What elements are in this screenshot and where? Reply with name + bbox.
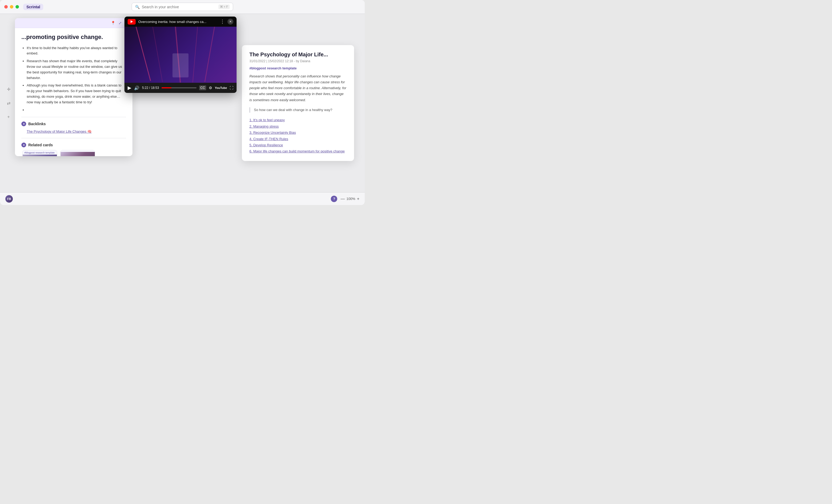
- youtube-time: 5:22 / 18:53: [142, 86, 159, 90]
- list-item: [27, 107, 126, 113]
- right-card-container: The Psychology of Major Life... 31/01/20…: [242, 14, 354, 192]
- backlink-link[interactable]: The Psychology of Major Life Changes 🧠: [24, 130, 92, 133]
- main-card-title: The Psychology of Major Life...: [250, 52, 346, 58]
- expand-icon[interactable]: ⤢: [119, 21, 122, 25]
- card-image-2: [61, 152, 95, 156]
- related-icon: ✦: [21, 142, 26, 148]
- card-tag-1: #blogpost research template: [23, 150, 57, 155]
- move-tool-button[interactable]: ✛: [4, 85, 13, 94]
- backlinks-icon: ✦: [21, 122, 26, 126]
- backlinks-label: Backlinks: [28, 122, 46, 126]
- shuffle-tool-button[interactable]: ⇄: [4, 99, 13, 107]
- youtube-settings-icon[interactable]: ⚙: [209, 86, 212, 90]
- panel-header: 📍 ⤢ ✕: [15, 18, 132, 28]
- youtube-brand-label: YouTube: [215, 86, 227, 89]
- title-bar: Scrintal 🔍 ⌘ + F: [0, 0, 365, 14]
- add-icon: +: [7, 114, 9, 119]
- zoom-controls: — 100% +: [340, 197, 359, 201]
- card-img-placeholder-2: [61, 152, 95, 156]
- youtube-overlay: Overcoming inertia: how small changes ca…: [124, 17, 237, 93]
- list-item[interactable]: Recognize Uncertainty Bias: [250, 130, 346, 136]
- list-item: Research has shown that major life event…: [27, 58, 126, 81]
- related-cards-label: Related cards: [28, 143, 53, 147]
- main-card-quote: So how can we deal with change in a heal…: [250, 107, 346, 113]
- youtube-video-area: [124, 27, 237, 83]
- zoom-out-button[interactable]: —: [340, 197, 345, 201]
- main-card-numbered-list: It's ok to feel uneasy Managing stress R…: [250, 117, 346, 154]
- help-button[interactable]: ?: [331, 196, 337, 202]
- related-card-1[interactable]: #blogpost research template 1: [22, 150, 57, 156]
- panel-title: ...promoting positive change.: [21, 33, 126, 41]
- minimize-button[interactable]: [10, 5, 14, 8]
- youtube-play-button[interactable]: ▶: [128, 85, 131, 91]
- video-speaker-figure: [173, 53, 188, 77]
- youtube-more-icon[interactable]: ⋮: [220, 19, 225, 25]
- main-card-meta: 31/01/2022 | 15/02/2022 12:18 - by Daian…: [250, 59, 346, 63]
- main-card-hashtag[interactable]: #blogpost research template: [250, 66, 346, 70]
- app-window: Scrintal 🔍 ⌘ + F ✛ ⇄ + 📍 ⤢ ✕: [0, 0, 365, 205]
- traffic-lights: [4, 5, 19, 8]
- youtube-progress-fill: [161, 87, 172, 88]
- list-item: It's time to build the healthy habits yo…: [27, 45, 126, 57]
- youtube-top-bar: Overcoming inertia: how small changes ca…: [124, 17, 237, 27]
- list-item[interactable]: It's ok to feel uneasy: [250, 117, 346, 123]
- backlinks-section-header: ✦ Backlinks: [21, 122, 126, 126]
- list-item[interactable]: Major life changes can build momentum fo…: [250, 148, 346, 154]
- search-bar[interactable]: 🔍 ⌘ + F: [132, 3, 233, 11]
- search-input[interactable]: [142, 5, 216, 9]
- maximize-button[interactable]: [16, 5, 19, 8]
- youtube-logo-icon: [128, 19, 136, 25]
- related-card-inner-1: 1: [23, 155, 57, 156]
- zoom-in-button[interactable]: +: [357, 197, 359, 201]
- user-avatar[interactable]: FB: [5, 195, 13, 203]
- add-tool-button[interactable]: +: [4, 113, 13, 121]
- app-logo: Scrintal: [23, 4, 43, 10]
- youtube-fullscreen-button[interactable]: ⛶: [230, 86, 233, 90]
- move-icon: ✛: [7, 87, 10, 92]
- panel-bullet-list: It's time to build the healthy habits yo…: [21, 45, 126, 113]
- card-img-placeholder-1: [23, 155, 57, 156]
- list-item[interactable]: Managing stress: [250, 123, 346, 130]
- card-image-1: [23, 155, 57, 156]
- related-cards-grid: #blogpost research template 1: [21, 150, 126, 156]
- youtube-cc-button[interactable]: CC: [199, 85, 206, 90]
- main-card-excerpt: Research shows that personality can infl…: [250, 73, 346, 103]
- pin-icon[interactable]: 📍: [111, 21, 115, 25]
- related-card-inner-2: 1: [61, 152, 95, 156]
- bottom-bar: FB ? — 100% +: [0, 192, 365, 205]
- divider: [21, 117, 126, 117]
- panel-content: ...promoting positive change. It's time …: [15, 28, 132, 156]
- divider-2: [21, 138, 126, 138]
- side-toolbar: ✛ ⇄ +: [4, 85, 13, 121]
- related-card-2[interactable]: 1: [60, 150, 95, 156]
- youtube-volume-button[interactable]: 🔊: [134, 85, 139, 90]
- list-item[interactable]: Develop Resilience: [250, 142, 346, 148]
- main-content: ✛ ⇄ + 📍 ⤢ ✕ ...promoting positive change…: [0, 14, 365, 192]
- bottom-right-controls: ? — 100% +: [331, 196, 359, 202]
- shuffle-icon: ⇄: [7, 101, 10, 106]
- list-item: Although you may feel overwhelmed, this …: [27, 83, 126, 105]
- search-icon: 🔍: [135, 5, 140, 9]
- youtube-title: Overcoming inertia: how small changes ca…: [138, 20, 217, 24]
- search-shortcut: ⌘ + F: [218, 4, 230, 9]
- youtube-controls: ▶ 🔊 5:22 / 18:53 CC ⚙ YouTube ⛶: [124, 83, 237, 93]
- zoom-level-label: 100%: [346, 197, 355, 201]
- main-card: The Psychology of Major Life... 31/01/20…: [242, 45, 354, 161]
- left-card-panel: 📍 ⤢ ✕ ...promoting positive change. It's…: [15, 18, 132, 156]
- related-cards-section-header: ✦ Related cards: [21, 142, 126, 148]
- close-button[interactable]: [4, 5, 8, 8]
- list-item[interactable]: Create IF-THEN Rules: [250, 136, 346, 142]
- youtube-close-button[interactable]: ✕: [228, 19, 233, 25]
- youtube-progress-bar[interactable]: [161, 87, 197, 88]
